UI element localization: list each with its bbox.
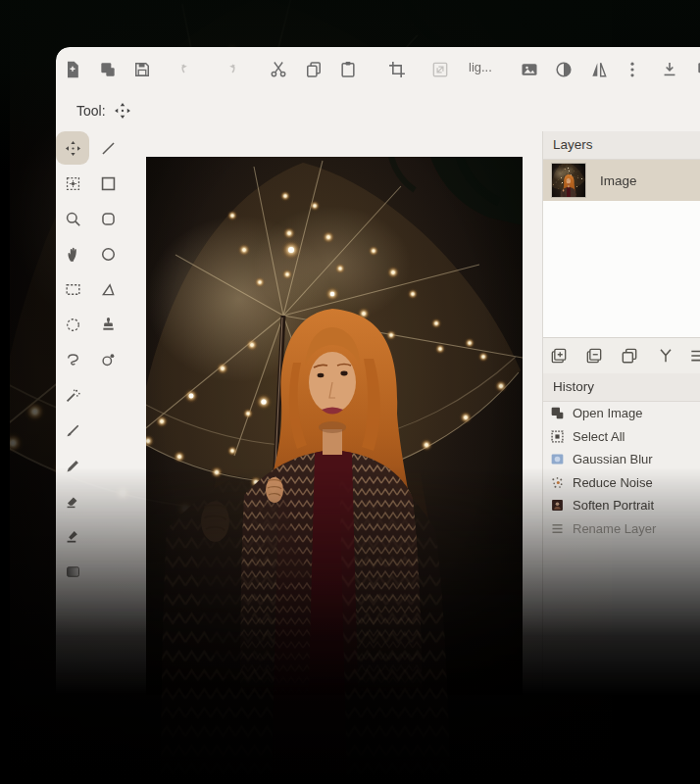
polygon-icon [99, 280, 118, 299]
kebab-menu-icon [623, 60, 642, 79]
marquee-ellipse-icon [64, 316, 82, 334]
right-panel: Layers Image History Open Image Select A… [542, 131, 700, 784]
color-sampler-icon [99, 351, 118, 369]
adjust-button[interactable] [552, 57, 577, 82]
pencil-icon [64, 457, 82, 475]
tool-paintbrush[interactable] [56, 414, 89, 447]
main-toolbar: lig... [56, 47, 700, 92]
fill-icon [64, 527, 82, 546]
magic-wand-icon [64, 386, 82, 405]
history-item-open-image[interactable]: Open Image [543, 402, 700, 425]
open-image-button[interactable] [96, 57, 122, 82]
layers-empty-area [543, 201, 700, 337]
remove-layer-icon [584, 346, 604, 366]
tool-rectangle[interactable] [91, 167, 125, 200]
history-list: Open Image Select All Gaussian Blur Redu… [543, 402, 700, 540]
image-canvas[interactable] [146, 157, 523, 764]
merge-layers-button[interactable] [654, 343, 679, 368]
soften-portrait-history-icon [550, 498, 565, 513]
more-options-button[interactable] [621, 57, 646, 82]
layer-name: Image [600, 173, 637, 188]
save-icon [132, 60, 152, 79]
history-item-rename-layer[interactable]: Rename Layer [543, 517, 700, 541]
share-button[interactable] [693, 57, 700, 82]
add-layer-button[interactable] [547, 343, 573, 368]
select-all-history-icon [550, 429, 565, 444]
clipboard-icon [338, 60, 358, 79]
hand-icon [64, 245, 82, 264]
open-image-history-icon [550, 406, 565, 420]
tool-elliptical-selection[interactable] [56, 308, 89, 341]
cut-button[interactable] [267, 57, 292, 82]
history-item-reduce-noise[interactable]: Reduce Noise [543, 471, 700, 495]
tool-eraser[interactable] [56, 484, 89, 517]
tool-zoom[interactable] [56, 202, 89, 235]
filename-label: lig... [469, 60, 514, 74]
duplicate-layer-icon [620, 346, 639, 366]
tool-move[interactable] [56, 131, 89, 165]
marquee-rectangle-icon [64, 280, 82, 299]
tool-options-bar: Tool: [56, 92, 700, 131]
ellipse-icon [99, 245, 118, 264]
tool-line[interactable] [91, 131, 125, 165]
reduce-noise-history-icon [550, 475, 565, 490]
tool-fill[interactable] [56, 519, 89, 553]
rectangle-icon [99, 174, 118, 193]
tool-rounded-rectangle[interactable] [91, 202, 125, 235]
transform-selection-icon [64, 174, 82, 193]
layer-row-image[interactable]: Image [543, 160, 700, 201]
tool-polygon[interactable] [91, 272, 125, 306]
add-layer-icon [549, 346, 569, 366]
lasso-icon [64, 351, 82, 369]
scissors-icon [269, 60, 288, 79]
layer-list-icon [688, 346, 700, 366]
flip-button[interactable] [587, 57, 613, 82]
tool-lasso[interactable] [56, 343, 89, 376]
tool-clone-stamp[interactable] [91, 308, 125, 341]
remove-layer-button[interactable] [582, 343, 608, 368]
crop-icon [387, 60, 407, 79]
tool-palette [56, 131, 132, 784]
insert-image-button[interactable] [518, 57, 543, 82]
redo-button[interactable] [217, 57, 242, 82]
tool-hand[interactable] [56, 237, 89, 270]
tool-color-sampler[interactable] [91, 343, 125, 376]
history-panel-title: History [543, 373, 700, 402]
magnifier-icon [64, 210, 82, 228]
history-item-soften-portrait[interactable]: Soften Portrait [543, 494, 700, 517]
save-button[interactable] [130, 57, 156, 82]
tool-ellipse[interactable] [91, 237, 125, 270]
tool-gradient[interactable] [56, 555, 89, 588]
duplicate-layer-button[interactable] [618, 343, 643, 368]
image-icon [520, 60, 539, 79]
download-icon [660, 60, 679, 79]
tool-pencil[interactable] [56, 449, 89, 482]
rename-layer-history-icon [550, 521, 565, 536]
copy-button[interactable] [302, 57, 327, 82]
new-image-button[interactable] [61, 57, 86, 82]
layer-buttons [543, 337, 700, 373]
tool-transform-selection[interactable] [56, 167, 89, 200]
canvas-photo [146, 157, 523, 764]
gradient-icon [64, 563, 82, 581]
paintbrush-icon [64, 421, 82, 440]
resize-button[interactable] [428, 57, 454, 82]
layer-menu-button[interactable] [686, 343, 700, 368]
download-button[interactable] [658, 57, 683, 82]
history-item-gaussian-blur[interactable]: Gaussian Blur [543, 448, 700, 471]
layers-panel-title: Layers [543, 131, 700, 160]
undo-button[interactable] [176, 57, 202, 82]
resize-icon [430, 60, 450, 79]
paste-button[interactable] [336, 57, 362, 82]
history-item-select-all[interactable]: Select All [543, 425, 700, 449]
new-document-icon [63, 60, 82, 79]
tool-rectangular-selection[interactable] [56, 272, 89, 306]
tool-magic-wand[interactable] [56, 378, 89, 412]
share-icon [695, 60, 700, 79]
photo-editor-window: lig... Tool: [56, 47, 700, 784]
merge-layers-icon [656, 346, 675, 366]
current-tool-move-icon [113, 101, 132, 121]
crop-button[interactable] [385, 57, 411, 82]
layer-thumbnail [551, 163, 586, 198]
contrast-icon [554, 60, 574, 79]
